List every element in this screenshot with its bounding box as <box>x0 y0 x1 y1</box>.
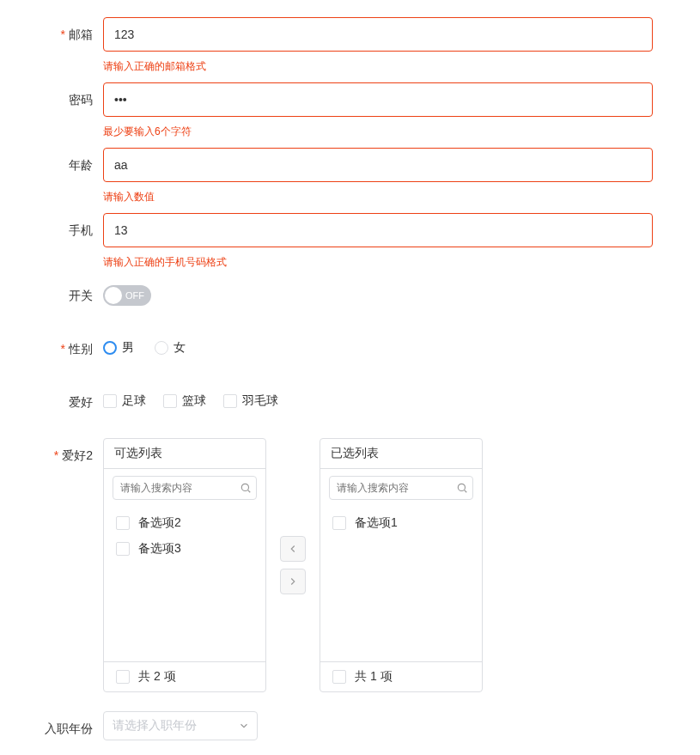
transfer-move-left-button[interactable] <box>280 536 306 562</box>
transfer-left-panel: 可选列表 备选项2 备选项3 <box>103 438 266 692</box>
checkbox-icon <box>223 394 237 408</box>
email-input[interactable] <box>103 17 653 52</box>
hobby2-label: *爱好2 <box>34 438 103 472</box>
email-error: 请输入正确的邮箱格式 <box>103 57 206 74</box>
transfer-left-item[interactable]: 备选项2 <box>104 510 265 536</box>
hobby-label: 爱好 <box>34 385 103 419</box>
switch-knob <box>105 287 122 304</box>
transfer-left-footer: 共 2 项 <box>104 661 265 691</box>
svg-point-0 <box>241 484 248 490</box>
item-label: 备选项2 <box>138 515 181 531</box>
phone-input[interactable] <box>103 213 653 247</box>
hobby-checkbox-football[interactable]: 足球 <box>103 393 146 409</box>
checkbox-icon <box>116 542 130 556</box>
phone-label: 手机 <box>34 213 103 247</box>
transfer-left-search[interactable] <box>113 476 257 500</box>
transfer: 可选列表 备选项2 备选项3 <box>103 438 653 692</box>
switch-toggle[interactable]: OFF <box>103 285 151 306</box>
gender-radio-group: 男 女 <box>103 332 653 356</box>
age-input[interactable] <box>103 148 653 182</box>
transfer-right-title: 已选列表 <box>320 439 482 469</box>
radio-label: 男 <box>122 340 134 356</box>
email-label: *邮箱 <box>34 17 103 52</box>
select-placeholder: 请选择入职年份 <box>113 718 197 734</box>
gender-label: *性别 <box>34 332 103 366</box>
checkbox-label: 篮球 <box>182 393 206 409</box>
year-label: 入职年份 <box>34 711 103 746</box>
svg-line-3 <box>465 490 467 493</box>
item-label: 备选项3 <box>138 541 181 557</box>
transfer-ops <box>280 536 306 594</box>
item-label: 备选项1 <box>355 515 398 531</box>
age-error: 请输入数值 <box>103 187 155 204</box>
checkbox-icon[interactable] <box>332 670 346 684</box>
svg-point-2 <box>458 484 465 490</box>
gender-radio-female[interactable]: 女 <box>155 340 186 356</box>
checkbox-icon <box>163 394 177 408</box>
footer-text: 共 2 项 <box>138 669 176 685</box>
checkbox-label: 羽毛球 <box>242 393 278 409</box>
transfer-right-panel: 已选列表 备选项1 共 <box>320 438 483 692</box>
hobby-checkbox-basketball[interactable]: 篮球 <box>163 393 206 409</box>
switch-state: OFF <box>125 285 144 306</box>
checkbox-icon[interactable] <box>116 670 130 684</box>
search-icon <box>456 482 468 494</box>
chevron-down-icon <box>238 720 250 732</box>
password-label: 密码 <box>34 82 103 117</box>
radio-icon <box>103 341 117 355</box>
checkbox-label: 足球 <box>122 393 146 409</box>
svg-line-1 <box>248 490 251 493</box>
password-input[interactable] <box>103 82 653 117</box>
checkbox-icon <box>332 516 346 530</box>
transfer-right-footer: 共 1 项 <box>320 661 482 691</box>
transfer-right-item[interactable]: 备选项1 <box>320 510 482 536</box>
gender-radio-male[interactable]: 男 <box>103 340 134 356</box>
chevron-right-icon <box>287 575 299 588</box>
year-select[interactable]: 请选择入职年份 <box>103 711 258 740</box>
chevron-left-icon <box>287 543 299 555</box>
radio-icon <box>155 341 168 355</box>
checkbox-icon <box>116 516 130 530</box>
transfer-right-search[interactable] <box>329 476 473 500</box>
hobby-checkbox-badminton[interactable]: 羽毛球 <box>223 393 278 409</box>
transfer-left-title: 可选列表 <box>104 439 265 469</box>
age-label: 年龄 <box>34 148 103 182</box>
hobby-checkbox-group: 足球 篮球 羽毛球 <box>103 385 653 409</box>
checkbox-icon <box>103 394 117 408</box>
transfer-move-right-button[interactable] <box>280 569 306 594</box>
footer-text: 共 1 项 <box>355 669 393 685</box>
search-icon <box>240 482 252 494</box>
phone-error: 请输入正确的手机号码格式 <box>103 253 227 270</box>
switch-label: 开关 <box>34 278 103 313</box>
password-error: 最少要输入6个字符 <box>103 122 192 139</box>
transfer-left-item[interactable]: 备选项3 <box>104 536 265 562</box>
radio-label: 女 <box>173 340 186 356</box>
